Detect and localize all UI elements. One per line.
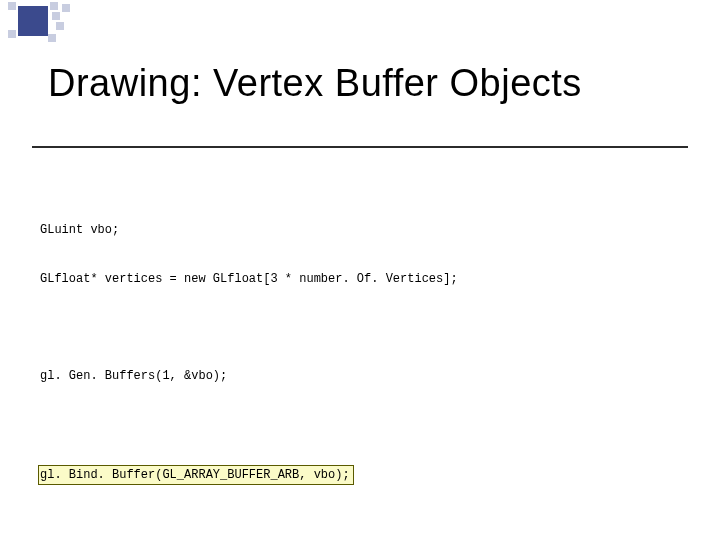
deco-big-square <box>18 6 48 36</box>
deco-small-square <box>8 30 16 38</box>
deco-small-square <box>56 22 64 30</box>
code-line: GLfloat* vertices = new GLfloat[3 * numb… <box>40 271 700 287</box>
deco-small-square <box>50 2 58 10</box>
slide-title: Drawing: Vertex Buffer Objects <box>48 62 700 105</box>
deco-small-square <box>48 34 56 42</box>
deco-small-square <box>8 2 16 10</box>
code-line: GLuint vbo; <box>40 222 700 238</box>
slide: Drawing: Vertex Buffer Objects GLuint vb… <box>0 0 720 540</box>
deco-small-square <box>52 12 60 20</box>
title-underline <box>32 146 688 148</box>
corner-decoration <box>0 0 110 40</box>
deco-small-square <box>62 4 70 12</box>
code-block: GLuint vbo; GLfloat* vertices = new GLfl… <box>40 190 700 540</box>
highlighted-code-line: gl. Bind. Buffer(GL_ARRAY_BUFFER_ARB, vb… <box>38 465 354 485</box>
code-line: gl. Gen. Buffers(1, &vbo); <box>40 368 700 384</box>
